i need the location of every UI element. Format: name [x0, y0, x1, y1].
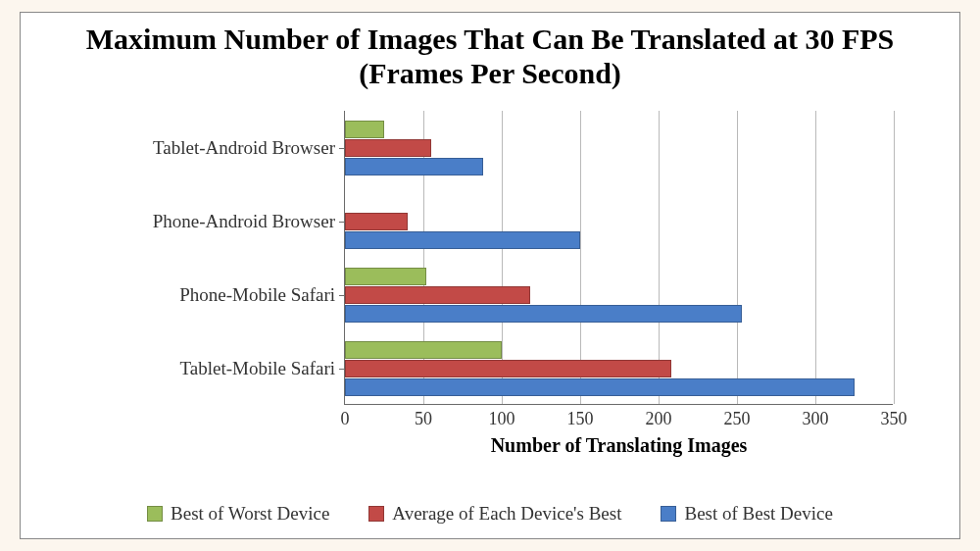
category-label: Tablet-Mobile Safari [51, 358, 335, 379]
x-tick-label: 250 [724, 409, 751, 429]
legend-label: Best of Worst Device [171, 503, 329, 525]
category-label: Phone-Mobile Safari [51, 284, 335, 306]
x-tick-label: 50 [415, 409, 432, 429]
x-tick-label: 200 [646, 409, 672, 429]
bar [345, 158, 483, 175]
x-axis-label: Number of Translating Images [345, 434, 893, 457]
gridline [894, 111, 895, 404]
x-tick-label: 100 [489, 409, 515, 429]
chart-title: Maximum Number of Images That Can Be Tra… [21, 13, 959, 94]
bar [345, 268, 426, 285]
bar [345, 231, 580, 249]
legend-item-best: Best of Best Device [661, 503, 832, 525]
x-tick-label: 350 [881, 409, 907, 429]
bar [345, 378, 855, 396]
bar [345, 305, 742, 323]
bar [345, 286, 530, 304]
swatch-blue-icon [661, 506, 676, 522]
gridline [815, 111, 816, 404]
chart-card: Maximum Number of Images That Can Be Tra… [20, 12, 960, 539]
x-tick-label: 0 [341, 409, 350, 429]
category-label: Tablet-Android Browser [51, 137, 335, 159]
bar [345, 213, 408, 230]
bar [345, 360, 671, 377]
x-tick-label: 150 [567, 409, 594, 429]
legend-item-worst: Best of Worst Device [147, 503, 329, 525]
legend-label: Best of Best Device [684, 503, 832, 525]
swatch-green-icon [147, 506, 163, 522]
plot-area: Number of Translating Images 05010015020… [344, 111, 893, 405]
bar [345, 341, 502, 359]
legend: Best of Worst Device Average of Each Dev… [70, 503, 910, 525]
gridline [737, 111, 738, 404]
bar [345, 139, 431, 157]
category-label: Phone-Android Browser [51, 211, 335, 232]
plot-wrap: Number of Translating Images 05010015020… [50, 111, 932, 464]
legend-label: Average of Each Device's Best [392, 503, 621, 525]
bar [345, 121, 384, 138]
legend-item-average: Average of Each Device's Best [368, 503, 621, 525]
swatch-red-icon [368, 506, 384, 522]
x-tick-label: 300 [803, 409, 829, 429]
